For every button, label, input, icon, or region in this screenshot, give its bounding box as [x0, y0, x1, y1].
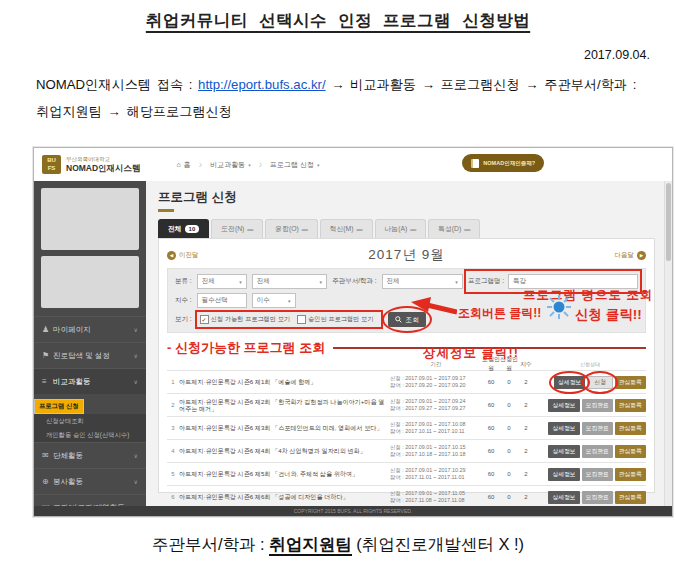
apply-period: 신청 : 2017.09.01 ~ 2017.11.05: [390, 490, 465, 496]
checkbox-available-checked[interactable]: ✓: [200, 315, 209, 324]
dash-icon: ▬: [247, 226, 253, 232]
table-row: 6 아트제지·유인문특강 시즌6 제6회 「성공에 디자인을 더하다」 신청 :…: [167, 485, 646, 508]
status-buttons: 상세정보 모집완료 관심등록: [534, 468, 646, 481]
caret-down-icon: ▾: [455, 279, 458, 285]
favorite-button[interactable]: 관심등록: [615, 376, 646, 389]
index-value: 2: [518, 471, 534, 477]
header-applied: 신청인원: [500, 355, 518, 373]
index-value: 2: [518, 494, 534, 500]
dash-icon: ▬: [464, 226, 470, 232]
prev-month-button[interactable]: ◀ 이전달: [167, 251, 199, 260]
sidebar-subitem-status[interactable]: 신청상태조회: [34, 414, 146, 428]
tab-innovation[interactable]: 혁신(M) ▬: [320, 219, 373, 238]
program-name-label: 프로그램명 :: [468, 277, 504, 286]
closed-button[interactable]: 모집완료: [582, 422, 613, 435]
next-month-button[interactable]: 다음달 ▶: [614, 251, 646, 260]
breadcrumb-home[interactable]: ⌂ 홈: [169, 148, 199, 181]
sidebar-item-label: 마이페이지: [53, 325, 134, 335]
apply-button[interactable]: 신청: [587, 376, 613, 389]
caret-down-icon: ▾: [239, 279, 242, 285]
bottom-prefix: 주관부서/학과 :: [152, 535, 269, 553]
tab-all[interactable]: 전체 10: [158, 219, 209, 238]
favorite-button[interactable]: 관심등록: [615, 491, 646, 504]
index-input[interactable]: 필수선택: [197, 293, 247, 308]
user-icon: ♟: [42, 325, 53, 334]
month-navigation: ◀ 이전달 2017년 9월 다음달 ▶: [167, 245, 646, 265]
caret-down-icon: ▾: [317, 162, 320, 168]
tab-label: 전체: [168, 224, 182, 234]
favorite-button[interactable]: 관심등록: [615, 399, 646, 412]
nomad-certification-button[interactable]: NOMAD인재인증제?: [462, 154, 544, 172]
app-header: BU FS 부산외국어대학교 NOMAD인재시스템 ⌂ 홈 › 비교과활동 ▾ …: [34, 148, 672, 182]
home-icon: ⌂: [177, 161, 181, 168]
bottom-suffix: (취업진로개발센터 X !): [352, 535, 524, 553]
chevron-down-icon: ∨: [134, 326, 138, 333]
tab-count-badge: 10: [185, 225, 200, 233]
apply-period: 신청 : 2017.09.01 ~ 2017.10.15: [390, 444, 465, 450]
sidebar-subitem-personal-activity[interactable]: 개인활동 승인 신청(선택시수): [34, 428, 146, 442]
join-period: 참여 : 2017.10.18 ~ 2017.10.18: [390, 451, 465, 457]
sidebar-item-group-activity[interactable]: ✉ 단체활동 ∨: [34, 442, 146, 468]
tab-convergence[interactable]: 융합(O) ▬: [265, 219, 317, 238]
closed-button[interactable]: 모집완료: [582, 399, 613, 412]
sidebar-subitem-program-apply[interactable]: 프로그램 신청: [34, 399, 84, 414]
book-icon: [471, 159, 479, 168]
category-select-1[interactable]: 전체 ▾: [197, 274, 247, 289]
sidebar-item-extracurricular[interactable]: ≡ 비교과활동 ∨: [34, 368, 146, 394]
select-value: 전체: [202, 277, 215, 286]
checkbox-approved[interactable]: [297, 315, 306, 324]
dept-select[interactable]: 전체 ▾: [382, 274, 463, 289]
filter-panel: 분류 : 전체 ▾ 전체 ▾ 주관부서/학과 : 전체 ▾: [167, 268, 646, 333]
university-name: 부산외국어대학교: [66, 156, 141, 163]
sidebar-item-volunteer[interactable]: ⊕ 봉사활동 ∨: [34, 468, 146, 494]
chevron-down-icon: ∨: [134, 352, 138, 359]
index-select[interactable]: 이수 ▾: [252, 293, 296, 308]
row-number: 4: [167, 448, 179, 454]
eport-link[interactable]: http://eport.bufs.ac.kr/: [198, 77, 326, 92]
program-period: 신청 : 2017.09.01 ~ 2017.10.15 참여 : 2017.1…: [390, 444, 482, 458]
closed-button[interactable]: 모집완료: [582, 468, 613, 481]
join-period: 참여 : 2017.11.01 ~ 2017.11.01: [390, 474, 465, 480]
sidebar-item-career[interactable]: ⚑ 진로탐색 및 설정 ∨: [34, 342, 146, 368]
program-name-input[interactable]: 특강: [508, 274, 638, 289]
applied-value: 0: [500, 425, 518, 431]
breadcrumb-item-label: 프로그램 신청: [270, 160, 314, 170]
search-button[interactable]: 조회: [388, 312, 426, 327]
breadcrumb-program-apply[interactable]: 프로그램 신청 ▾: [262, 148, 327, 181]
status-buttons: 상세정보 모집완료 관심등록: [534, 445, 646, 458]
category-label: 분류 :: [175, 277, 192, 286]
breadcrumb-extracurricular[interactable]: 비교과활동 ▾: [202, 148, 259, 181]
favorite-button[interactable]: 관심등록: [615, 422, 646, 435]
scrollbar-thumb[interactable]: [666, 183, 671, 261]
program-period: 신청 : 2017.09.01 ~ 2017.09.17 참여 : 2017.0…: [390, 375, 482, 389]
header-capacity: 모집인원: [482, 355, 500, 373]
sidebar-item-label: 진로탐색 및 설정: [53, 351, 134, 361]
closed-button[interactable]: 모집완료: [582, 445, 613, 458]
status-buttons: 상세정보 신청 관심등록: [534, 376, 646, 389]
sidebar: ♟ 마이페이지 ∨ ⚑ 진로탐색 및 설정 ∨ ≡ 비교과활동 ∨ 프로그램 신…: [34, 181, 146, 506]
detail-button[interactable]: 상세정보: [548, 422, 579, 435]
search-button-group: 조회: [388, 312, 426, 327]
dash-icon: ▬: [410, 226, 416, 232]
sidebar-item-mypage[interactable]: ♟ 마이페이지 ∨: [34, 316, 146, 342]
closed-button[interactable]: 모집완료: [582, 491, 613, 504]
tab-challenge[interactable]: 도전(N) ▬: [211, 219, 263, 238]
favorite-button[interactable]: 관심등록: [615, 468, 646, 481]
favorite-button[interactable]: 관심등록: [615, 445, 646, 458]
logo-text-top: BU: [47, 157, 56, 164]
tab-sharing[interactable]: 나눔(A) ▬: [375, 219, 427, 238]
detail-button[interactable]: 상세정보: [548, 399, 579, 412]
nomad-system-screenshot: BU FS 부산외국어대학교 NOMAD인재시스템 ⌂ 홈 › 비교과활동 ▾ …: [33, 147, 673, 517]
table-row: 5 아트제지·유인문특강 시즌6 제5회 「건너와, 주체적 삶을 위하여」 신…: [167, 462, 646, 485]
program-title: 아트제지·유인문특강 시즌6 제1회 「예술에 함께」: [179, 378, 390, 385]
tab-specialty[interactable]: 특성(D) ▬: [428, 219, 480, 238]
menu-icon: ≡: [42, 377, 53, 386]
program-title: 아트제지·유인문특강 시즌6 제4회 「4차 산업혁명과 일자리의 변화」: [179, 447, 390, 454]
category-select-2[interactable]: 전체 ▾: [252, 274, 327, 289]
detail-button[interactable]: 상세정보: [554, 376, 585, 389]
vertical-scrollbar[interactable]: [664, 181, 672, 506]
program-title: 아트제지·유인문특강 시즌6 제3회 「스포테인먼트의 미래, 영화에서 보다」: [179, 424, 390, 431]
detail-button[interactable]: 상세정보: [548, 491, 579, 504]
detail-button[interactable]: 상세정보: [548, 468, 579, 481]
detail-button[interactable]: 상세정보: [548, 445, 579, 458]
